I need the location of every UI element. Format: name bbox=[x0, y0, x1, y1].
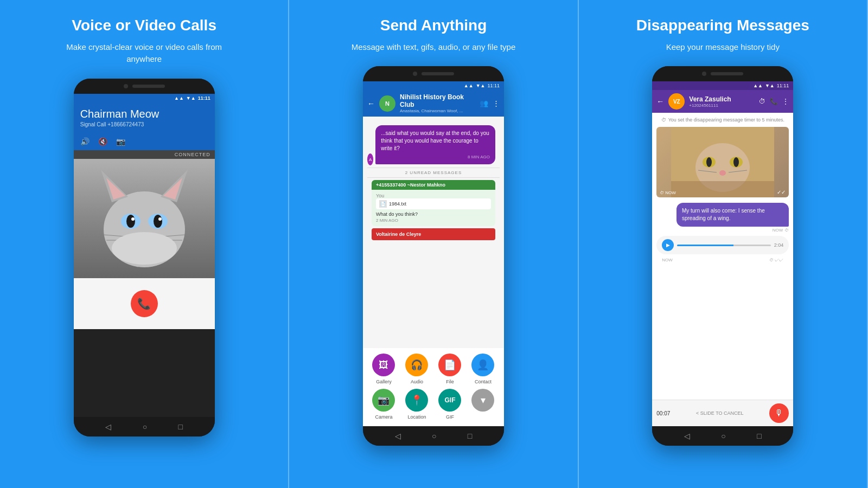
vera-name: Vera Zasulich bbox=[689, 95, 755, 103]
reply-text: What do you think? bbox=[376, 211, 491, 217]
sent-bubble-text: My turn will also come: I sense the spre… bbox=[676, 203, 789, 227]
end-call-button[interactable]: 📞 bbox=[131, 290, 158, 317]
panel3-subtitle: Keep your message history tidy bbox=[666, 41, 780, 54]
received-bubble-1: ...said what you would say at the end, d… bbox=[375, 125, 495, 164]
time-1: 11:11 bbox=[198, 95, 210, 101]
voice-duration: 2:04 bbox=[774, 242, 784, 248]
attachment-grid: 🖼 Gallery 🎧 Audio 📄 File 👤 Contact bbox=[363, 348, 504, 426]
voice-time: NOW bbox=[662, 258, 673, 262]
signal-icon-2: ▼▲ bbox=[476, 83, 486, 88]
slide-to-cancel: < SLIDE TO CANCEL bbox=[673, 410, 766, 416]
timer-clock-icon: ⏱ bbox=[661, 117, 666, 123]
gif-label: GIF bbox=[446, 414, 454, 420]
svg-rect-26 bbox=[671, 181, 774, 197]
sent-bubble: My turn will also come: I sense the spre… bbox=[676, 200, 789, 233]
back-nav-icon-2[interactable]: ◁ bbox=[395, 432, 401, 440]
recent-nav-icon[interactable]: □ bbox=[178, 422, 182, 431]
phone-speaker-3 bbox=[711, 72, 743, 75]
location-icon: 📍 bbox=[405, 389, 428, 412]
camera-button[interactable]: 📷 Camera bbox=[372, 389, 395, 420]
play-button[interactable]: ▶ bbox=[662, 239, 674, 251]
time-2: 11:11 bbox=[487, 83, 500, 88]
img-timer-icon: ⏱ bbox=[660, 190, 664, 195]
phone-bottom-bar-1: ◁ ○ □ bbox=[74, 417, 215, 436]
phone-top-bar-1 bbox=[74, 79, 215, 94]
recent-nav-icon-2[interactable]: □ bbox=[468, 432, 472, 440]
home-nav-icon-3[interactable]: ○ bbox=[721, 432, 725, 440]
more-button[interactable]: ▾ bbox=[471, 389, 494, 420]
file-circle-icon: 📄 bbox=[438, 354, 461, 376]
phone-top-bar-3 bbox=[652, 66, 793, 81]
vera-number: +12024561111 bbox=[689, 103, 755, 108]
more-icon-3[interactable]: ⋮ bbox=[782, 98, 789, 105]
chat-header-3: ← VZ Vera Zasulich +12024561111 ⏱ 📞 ⋮ bbox=[652, 90, 793, 113]
audio-icon: 🎧 bbox=[405, 354, 428, 376]
volume-icon[interactable]: 🔊 bbox=[80, 137, 90, 146]
connected-text: CONNECTED bbox=[175, 152, 210, 157]
cat-photo bbox=[74, 159, 215, 278]
time-3: 11:11 bbox=[777, 83, 789, 88]
panel1-subtitle: Make crystal-clear voice or video calls … bbox=[58, 41, 231, 66]
contact-msg-nestor: +4155337400 ~Nestor Mahkno You 📄 1984.tx… bbox=[372, 180, 495, 226]
audio-button[interactable]: 🎧 Audio bbox=[405, 354, 428, 384]
attachment-row-1: 🖼 Gallery 🎧 Audio 📄 File 👤 Contact bbox=[367, 354, 500, 384]
contact-button[interactable]: 👤 Contact bbox=[471, 354, 494, 384]
voice-message-container: ▶ 2:04 NOW ⏱ ✓✓ bbox=[656, 236, 789, 262]
back-button[interactable]: ← bbox=[367, 99, 375, 108]
back-nav-icon[interactable]: ◁ bbox=[105, 422, 111, 431]
message-body: A ...said what you would say at the end,… bbox=[363, 117, 504, 348]
file-label: File bbox=[446, 379, 454, 384]
group-icon[interactable]: 👥 bbox=[480, 99, 488, 107]
bubble-timer-icon: ⏱ bbox=[784, 228, 789, 233]
back-button-3[interactable]: ← bbox=[656, 97, 664, 106]
timer-icon[interactable]: ⏱ bbox=[759, 98, 765, 105]
signal-icon: ▼▲ bbox=[186, 95, 196, 101]
voice-meta: NOW ⏱ ✓✓ bbox=[656, 258, 789, 262]
home-nav-icon[interactable]: ○ bbox=[143, 422, 147, 431]
phone-frame-3: ▲▲ ▼▲ 11:11 ← VZ Vera Zasulich +12024561… bbox=[652, 66, 793, 446]
mic-button[interactable]: 🎙 bbox=[769, 403, 789, 423]
more-icon[interactable]: ⋮ bbox=[493, 99, 500, 107]
disapp-body: ⏱ You set the disappearing message timer… bbox=[652, 113, 793, 400]
file-attachment: 📄 1984.txt bbox=[376, 198, 491, 209]
file-button[interactable]: 📄 File bbox=[438, 354, 461, 384]
wifi-icon-3: ▲▲ bbox=[753, 83, 763, 88]
panel2-subtitle: Message with text, gifs, audio, or any f… bbox=[352, 41, 516, 54]
phone-camera-3 bbox=[702, 72, 706, 76]
panel2-title: Send Anything bbox=[380, 16, 487, 35]
call-info: Signal Call +18666724473 bbox=[80, 121, 208, 127]
group-avatar: N bbox=[379, 95, 395, 112]
video-icon[interactable]: 📷 bbox=[116, 137, 125, 146]
svg-point-10 bbox=[158, 217, 162, 221]
back-nav-icon-3[interactable]: ◁ bbox=[684, 432, 690, 440]
recent-nav-icon-3[interactable]: □ bbox=[757, 432, 761, 440]
bubble-time-1: 8 MIN AGO bbox=[381, 154, 490, 160]
disapp-status-bar: ▲▲ ▼▲ 11:11 bbox=[652, 81, 793, 90]
gif-button[interactable]: GIF GIF bbox=[438, 389, 461, 420]
vera-info: Vera Zasulich +12024561111 bbox=[689, 95, 755, 108]
call-controls: 🔊 🔇 📷 bbox=[74, 133, 215, 150]
svg-point-23 bbox=[719, 170, 726, 176]
img-read-icon: ✓✓ bbox=[777, 189, 786, 195]
gallery-button[interactable]: 🖼 Gallery bbox=[372, 354, 395, 384]
wifi-icon: ▲▲ bbox=[174, 95, 184, 101]
svg-point-7 bbox=[126, 215, 135, 228]
cat-photo-svg bbox=[671, 127, 774, 197]
file-name: 1984.txt bbox=[389, 201, 406, 207]
home-nav-icon-2[interactable]: ○ bbox=[432, 432, 436, 440]
more-chevron-icon: ▾ bbox=[471, 389, 494, 412]
svg-point-8 bbox=[154, 215, 162, 228]
voltairine-msg: Voltairine de Cleyre bbox=[372, 228, 495, 240]
group-sub: Anastasia, Chairwoman Woof, ... bbox=[400, 108, 475, 113]
svg-point-16 bbox=[112, 232, 177, 265]
location-button[interactable]: 📍 Location bbox=[405, 389, 428, 420]
voice-read-icon: ⏱ ✓✓ bbox=[769, 258, 783, 262]
panel-disappearing: Disappearing Messages Keep your message … bbox=[579, 0, 868, 488]
call-icon[interactable]: 📞 bbox=[770, 98, 778, 105]
phone-frame-2: ▲▲ ▼▲ 11:11 ← N Nihilist History Book Cl… bbox=[363, 66, 504, 446]
voice-message: ▶ 2:04 bbox=[656, 236, 789, 254]
mute-icon[interactable]: 🔇 bbox=[98, 137, 107, 146]
bubble-row-1: A ...said what you would say at the end,… bbox=[367, 121, 500, 165]
panel-voice-video: Voice or Video Calls Make crystal-clear … bbox=[0, 0, 289, 488]
camera-label: Camera bbox=[375, 414, 392, 420]
